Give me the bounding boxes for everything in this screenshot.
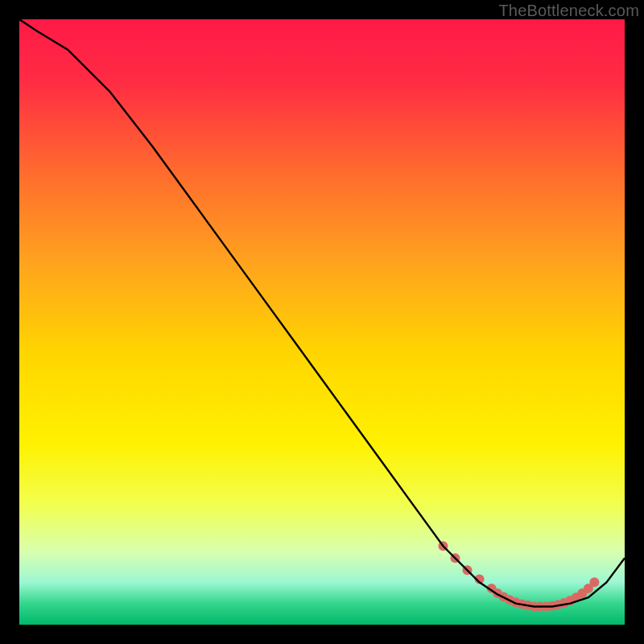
gradient-background	[19, 19, 625, 625]
data-marker	[589, 577, 599, 587]
attribution-text: TheBottleneck.com	[498, 2, 639, 20]
chart-frame	[19, 19, 625, 625]
bottleneck-curve-plot	[19, 19, 625, 625]
